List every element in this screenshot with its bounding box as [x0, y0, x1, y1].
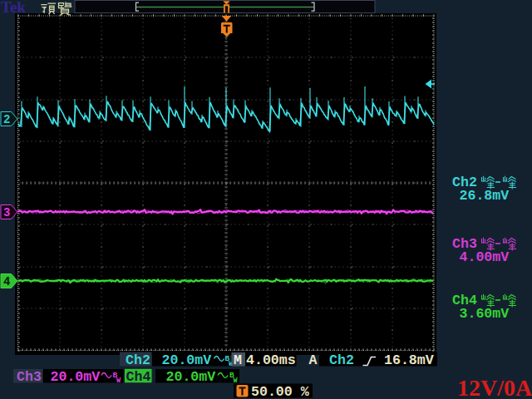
svg-text:W: W — [234, 377, 239, 385]
svg-text:50.00 %: 50.00 % — [251, 384, 309, 399]
svg-text:M: M — [234, 352, 242, 368]
svg-text:4.00ms: 4.00ms — [246, 352, 296, 368]
svg-text:Ch2: Ch2 — [126, 352, 150, 368]
svg-text:Ch4: Ch4 — [126, 369, 151, 385]
svg-text:4: 4 — [3, 275, 10, 288]
svg-text:Ch2: Ch2 — [329, 352, 354, 368]
svg-text:3: 3 — [3, 206, 10, 219]
svg-text:2: 2 — [3, 113, 10, 126]
svg-text:W: W — [116, 377, 121, 385]
svg-text:4.00mV: 4.00mV — [460, 249, 510, 265]
svg-text:20.0mV: 20.0mV — [166, 369, 216, 385]
svg-text:20.0mV: 20.0mV — [51, 369, 101, 385]
svg-text:26.8mV: 26.8mV — [460, 188, 510, 204]
svg-text:3.60mV: 3.60mV — [460, 306, 510, 322]
svg-text:A: A — [309, 352, 318, 368]
svg-text:Ch3: Ch3 — [17, 369, 42, 385]
svg-text:16.8mV: 16.8mV — [384, 352, 434, 368]
svg-text:12V/0A: 12V/0A — [457, 375, 532, 399]
svg-text:Tek: Tek — [1, 0, 26, 16]
svg-text:20.0mV: 20.0mV — [162, 352, 212, 368]
